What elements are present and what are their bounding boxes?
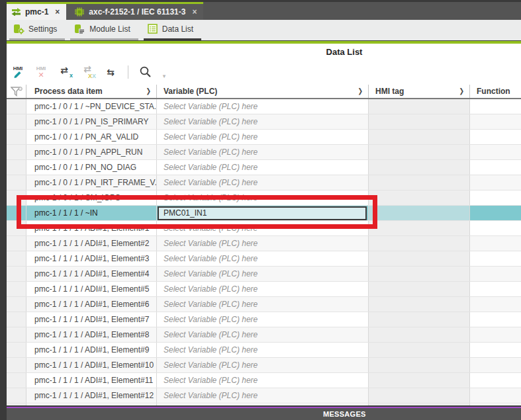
create-hmi-tag-button[interactable]: HMI	[9, 63, 26, 81]
table-row[interactable]: pmc-1 / 0 / 1 / PN_IRT_FRAME_V...Select …	[7, 175, 521, 190]
process-data-item-cell[interactable]: pmc-1 / 1 / 1 / ADI#1, Element#10	[26, 358, 157, 372]
hmi-tag-cell[interactable]	[369, 145, 470, 159]
function-cell[interactable]	[470, 160, 521, 175]
delete-hmi-tag-button[interactable]: HMI ✕	[32, 63, 50, 81]
table-row[interactable]: pmc-1 / 0 / 1 / PN_IS_PRIMARYSelect Vari…	[7, 114, 521, 130]
table-row[interactable]: pmc-1 / 1 / 1 / ADI#1, Element#2Select V…	[7, 236, 521, 251]
hmi-tag-cell[interactable]	[369, 221, 470, 235]
close-icon[interactable]: ×	[55, 7, 60, 17]
toolbar-overflow-button[interactable]: ▾	[160, 63, 168, 81]
hmi-tag-cell[interactable]	[369, 206, 470, 220]
variable-plc-cell[interactable]: Select Variable (PLC) here	[157, 267, 369, 281]
process-data-item-cell[interactable]: pmc-1 / 1 / 1 / ADI#1, Element#2	[26, 236, 157, 251]
function-cell[interactable]	[470, 99, 521, 114]
tab-data-list[interactable]: Data List	[144, 21, 201, 40]
function-cell[interactable]	[470, 114, 521, 129]
hmi-tag-cell[interactable]	[369, 343, 470, 357]
table-row[interactable]: pmc-1 / 1 / 1 / ADI#1, Element#11Select …	[7, 373, 521, 388]
process-data-item-cell[interactable]: pmc-1 / 1 / 1 / ADI#1, Element#12	[26, 388, 157, 403]
process-data-item-cell[interactable]: pmc-1 / 1 / 1 / ADI#1, Element#7	[26, 312, 157, 327]
function-cell[interactable]	[470, 236, 521, 251]
unassign-variable-button[interactable]: ⇄ XX	[79, 63, 96, 81]
function-cell[interactable]	[470, 388, 521, 403]
hmi-tag-cell[interactable]	[369, 160, 470, 175]
table-row[interactable]: pmc-1 / 1 / 1 / ADI#1, Element#7Select V…	[7, 312, 521, 327]
hmi-tag-cell[interactable]	[369, 388, 470, 403]
process-data-item-cell[interactable]: pmc-1 / 1 / 1 / ADI#1, Element#5	[26, 282, 157, 296]
hmi-tag-cell[interactable]	[369, 130, 470, 144]
hmi-tag-cell[interactable]	[369, 373, 470, 388]
hmi-tag-cell[interactable]	[369, 267, 470, 281]
table-row[interactable]: pmc-1 / 0 / 1 / PN_AR_VALIDSelect Variab…	[7, 130, 521, 145]
table-row[interactable]: pmc-1 / 1 / 1 / ADI#1, Element#6Select V…	[7, 297, 521, 312]
function-cell[interactable]	[470, 373, 521, 388]
hmi-tag-cell[interactable]	[369, 99, 470, 114]
function-cell[interactable]	[470, 175, 521, 190]
process-data-item-cell[interactable]: pmc-1 / 0 / 1 / PN_IS_PRIMARY	[26, 114, 157, 129]
variable-plc-cell[interactable]: Select Variable (PLC) here	[157, 282, 369, 296]
table-row[interactable]: pmc-1 / 0 / 1 / PN_NO_DIAGSelect Variabl…	[7, 160, 521, 175]
hmi-tag-cell[interactable]	[369, 190, 470, 205]
column-header-process-data-item[interactable]: Process data item ❯	[26, 85, 157, 98]
tab-axc-f-2152-1[interactable]: axc-f-2152-1 / IEC 61131-3 ×	[66, 2, 203, 20]
filter-chevron-icon[interactable]: ❯	[357, 87, 363, 95]
function-cell[interactable]	[470, 282, 521, 296]
function-cell[interactable]	[470, 343, 521, 357]
variable-plc-cell[interactable]: Select Variable (PLC) here	[157, 114, 369, 129]
hmi-tag-cell[interactable]	[369, 251, 470, 266]
hmi-tag-cell[interactable]	[369, 175, 470, 190]
messages-panel-header[interactable]: MESSAGES	[0, 408, 521, 420]
function-cell[interactable]	[470, 206, 521, 220]
function-cell[interactable]	[470, 130, 521, 144]
tab-module-list[interactable]: Module List	[70, 21, 138, 40]
process-data-item-cell[interactable]: pmc-1 / 1 / 1 / ADI#1, Element#9	[26, 343, 157, 357]
process-data-item-cell[interactable]: pmc-1 / 1 / 1 / ADI#1, Element#4	[26, 267, 157, 281]
process-data-item-cell[interactable]: pmc-1 / 0 / 1 / PN_NO_DIAG	[26, 160, 157, 175]
hmi-tag-cell[interactable]	[369, 327, 470, 342]
variable-plc-cell[interactable]: Select Variable (PLC) here	[157, 130, 369, 144]
variable-plc-cell[interactable]: Select Variable (PLC) here	[157, 373, 369, 388]
process-data-item-cell[interactable]: pmc-1 / 0 / 1 / PN_IRT_FRAME_V...	[26, 175, 157, 190]
hmi-tag-cell[interactable]	[369, 358, 470, 372]
column-header-hmi-tag[interactable]: HMI tag ❯	[369, 85, 470, 98]
hmi-tag-cell[interactable]	[369, 297, 470, 312]
table-row[interactable]: pmc-1 / 1 / 1 / ADI#1, Element#8Select V…	[7, 327, 521, 343]
table-row[interactable]: pmc-1 / 1 / 1 / ADI#1, Element#3Select V…	[7, 251, 521, 267]
process-data-item-cell[interactable]: pmc-1 / 0 / 1 / PN_AR_VALID	[26, 130, 157, 144]
variable-plc-cell[interactable]: Select Variable (PLC) here	[157, 297, 369, 312]
hmi-tag-cell[interactable]	[369, 114, 470, 129]
close-icon[interactable]: ×	[192, 7, 197, 17]
variable-plc-cell[interactable]: Select Variable (PLC) here	[157, 175, 369, 190]
table-row[interactable]: pmc-1 / 1 / 1 / ADI#1, Element#10Select …	[7, 358, 521, 373]
table-row[interactable]: pmc-1 / 0 / 1 / ~PN_DEVICE_STA...Select …	[7, 99, 521, 114]
function-cell[interactable]	[470, 190, 521, 205]
hmi-tag-cell[interactable]	[369, 312, 470, 327]
process-data-item-cell[interactable]: pmc-1 / 1 / 1 / ADI#1, Element#8	[26, 327, 157, 342]
function-cell[interactable]	[470, 267, 521, 281]
swap-assignment-button[interactable]: ⇆	[102, 63, 119, 81]
tab-pmc-1[interactable]: pmc-1 ×	[3, 2, 66, 20]
function-cell[interactable]	[470, 145, 521, 159]
search-button[interactable]	[137, 63, 154, 81]
variable-plc-cell[interactable]: Select Variable (PLC) here	[157, 388, 369, 403]
variable-plc-cell[interactable]: Select Variable (PLC) here	[157, 145, 369, 159]
function-cell[interactable]	[470, 327, 521, 342]
column-header-variable-plc[interactable]: Variable (PLC) ❯	[157, 85, 369, 98]
assign-variable-button[interactable]: ⇄ x	[56, 63, 73, 81]
variable-plc-cell[interactable]: Select Variable (PLC) here	[157, 327, 369, 342]
function-cell[interactable]	[470, 312, 521, 327]
function-cell[interactable]	[470, 358, 521, 372]
filter-chevron-icon[interactable]: ❯	[459, 87, 464, 95]
column-header-function[interactable]: Function	[470, 85, 521, 98]
filter-column-header[interactable]	[7, 85, 26, 98]
tab-settings[interactable]: Settings	[9, 21, 65, 40]
function-cell[interactable]	[470, 221, 521, 235]
process-data-item-cell[interactable]: pmc-1 / 1 / 1 / ADI#1, Element#11	[26, 373, 157, 388]
hmi-tag-cell[interactable]	[369, 282, 470, 296]
function-cell[interactable]	[470, 297, 521, 312]
variable-plc-cell[interactable]: Select Variable (PLC) here	[157, 99, 369, 114]
table-row[interactable]: pmc-1 / 0 / 1 / PN_APPL_RUNSelect Variab…	[7, 145, 521, 160]
table-row[interactable]: pmc-1 / 1 / 1 / ADI#1, Element#4Select V…	[7, 267, 521, 282]
variable-plc-cell[interactable]: Select Variable (PLC) here	[157, 358, 369, 372]
process-data-item-cell[interactable]: pmc-1 / 1 / 1 / ADI#1, Element#6	[26, 297, 157, 312]
